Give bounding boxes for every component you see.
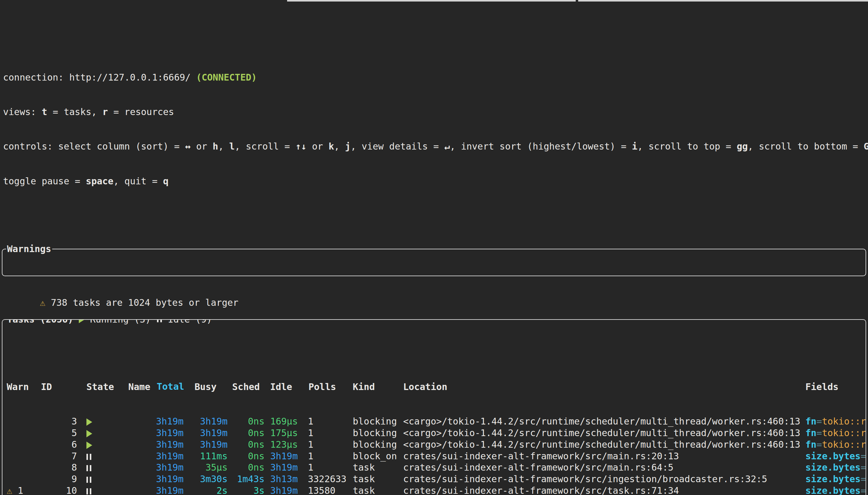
console-header: connection: http://127.0.0.1:6669/ (CONN… xyxy=(0,46,868,210)
text-segment: , invert sort (highest/lowest) = xyxy=(450,141,632,152)
cell-idle: 175µs xyxy=(265,427,298,439)
running-state-icon xyxy=(79,319,85,323)
column-header-fields[interactable]: Fields xyxy=(805,381,866,393)
cell-sched: 0ns xyxy=(228,416,265,427)
duration-value: 0ns xyxy=(248,462,265,473)
cell-total: 3h19m xyxy=(154,450,184,462)
idle-state-icon xyxy=(86,488,91,494)
duration-value: 3h19m xyxy=(270,462,298,473)
warnings-panel: Warnings ⚠ 738 tasks are 1024 bytes or l… xyxy=(2,249,866,276)
cell-busy: 35µs xyxy=(184,462,228,473)
text-segment: connection: http://127.0.0.1:6669/ xyxy=(3,72,196,83)
cell-sched: 3s xyxy=(228,485,265,495)
field-name: fn xyxy=(805,416,816,427)
text-segment: or xyxy=(306,141,328,152)
text-segment: ↔ xyxy=(185,141,190,152)
duration-value: 3h19m xyxy=(200,416,228,427)
text-segment: controls: select column (sort) = xyxy=(3,141,185,152)
running-state-icon xyxy=(86,442,92,449)
column-header-busy[interactable]: Busy xyxy=(184,381,228,393)
cell-task-id: 7 xyxy=(41,450,77,462)
cell-fields: fn=tokio::r xyxy=(805,416,866,427)
cell-idle: 3h19m xyxy=(265,485,298,495)
cell-location: crates/sui-indexer-alt-framework/src/ing… xyxy=(403,473,805,485)
duration-value: 3h19m xyxy=(156,416,184,427)
duration-value: 3m30s xyxy=(200,474,228,484)
duration-value: 169µs xyxy=(270,416,298,427)
column-header-state[interactable]: State xyxy=(77,381,128,393)
warning-icon: ⚠ xyxy=(40,297,45,308)
duration-value: 3h19m xyxy=(156,439,184,450)
tokio-console-screen: connection: http://127.0.0.1:6669/ (CONN… xyxy=(0,0,868,495)
text-segment: gg xyxy=(737,141,748,152)
cell-fields: size.bytes= xyxy=(805,462,866,473)
cell-task-id: 8 xyxy=(41,462,77,473)
cell-fields: size.bytes= xyxy=(805,485,866,495)
task-row[interactable]: ⚠ 1103h19m2s3s3h19m13580taskcrates/sui-i… xyxy=(4,485,866,495)
text-segment: t xyxy=(41,106,47,117)
task-row[interactable]: 63h19m3h19m0ns123µs1blocking<cargo>/toki… xyxy=(4,439,866,450)
text-segment: Running (3) xyxy=(85,319,156,325)
field-value: tokio::r xyxy=(822,439,866,450)
cell-kind: block_on xyxy=(353,450,403,462)
task-row[interactable]: 33h19m3h19m0ns169µs1blocking<cargo>/toki… xyxy=(4,416,866,427)
column-header-sched[interactable]: Sched xyxy=(228,381,265,393)
column-header-idle[interactable]: Idle xyxy=(265,381,298,393)
column-header-polls[interactable]: Polls xyxy=(298,381,353,393)
column-header-location[interactable]: Location xyxy=(403,381,805,393)
cell-busy: 3h19m xyxy=(184,427,228,439)
field-equals: = xyxy=(861,462,866,473)
running-state-icon xyxy=(86,419,92,426)
duration-value: 3h13m xyxy=(270,474,298,484)
column-header-warn[interactable]: Warn xyxy=(4,381,41,393)
field-equals: = xyxy=(816,428,822,438)
idle-state-icon xyxy=(86,465,91,471)
cell-location: <cargo>/tokio-1.44.2/src/runtime/schedul… xyxy=(403,416,805,427)
controls-line: controls: select column (sort) = ↔ or h,… xyxy=(3,141,868,152)
task-row[interactable]: 93h19m3m30s1m43s3h13m3322633taskcrates/s… xyxy=(4,473,866,485)
column-header-kind[interactable]: Kind xyxy=(353,381,403,393)
duration-value: 35µs xyxy=(205,462,228,473)
field-equals: = xyxy=(861,485,866,495)
text-segment: , scroll to top = xyxy=(637,141,737,152)
warnings-panel-title: Warnings xyxy=(6,243,52,255)
cell-polls: 3322633 xyxy=(298,473,353,485)
text-segment: r xyxy=(102,106,108,117)
cell-polls: 1 xyxy=(298,427,353,439)
views-line: views: t = tasks, r = resources xyxy=(3,106,868,118)
window-chrome-segment xyxy=(578,0,868,1)
column-header-total[interactable]: Total▿ xyxy=(154,381,184,393)
cell-kind: task xyxy=(353,485,403,495)
text-segment: ↑↓ xyxy=(295,141,306,152)
cell-polls: 13580 xyxy=(298,485,353,495)
field-name: size.bytes xyxy=(805,451,861,461)
column-header-name[interactable]: Name xyxy=(128,381,154,393)
cell-fields: fn=tokio::r xyxy=(805,427,866,439)
task-row[interactable]: 73h19m111ms0ns3h19m1block_oncrates/sui-i… xyxy=(4,450,866,462)
cell-busy: 3h19m xyxy=(184,439,228,450)
cell-total: 3h19m xyxy=(154,416,184,427)
cell-idle: 3h13m xyxy=(265,473,298,485)
task-row[interactable]: 53h19m3h19m0ns175µs1blocking<cargo>/toki… xyxy=(4,427,866,439)
field-equals: = xyxy=(816,416,822,427)
duration-value: 3h19m xyxy=(156,462,184,473)
tasks-table-body: 33h19m3h19m0ns169µs1blocking<cargo>/toki… xyxy=(4,416,866,495)
cell-total: 3h19m xyxy=(154,462,184,473)
cell-state xyxy=(77,450,128,462)
text-segment: = tasks, xyxy=(47,106,103,117)
cell-location: crates/sui-indexer-alt-framework/src/mai… xyxy=(403,450,805,462)
text-segment: views: xyxy=(3,106,41,117)
cell-kind: blocking xyxy=(353,427,403,439)
text-segment: i xyxy=(632,141,637,152)
tasks-table: WarnIDStateNameTotal▿BusySchedIdlePollsK… xyxy=(4,358,866,495)
cell-fields: size.bytes= xyxy=(805,473,866,485)
cell-idle: 3h19m xyxy=(265,450,298,462)
column-header-id[interactable]: ID xyxy=(41,381,77,393)
cell-state xyxy=(77,462,128,473)
cell-kind: task xyxy=(353,473,403,485)
field-name: size.bytes xyxy=(805,462,861,473)
duration-value: 111ms xyxy=(200,451,228,461)
field-name: size.bytes xyxy=(805,485,861,495)
task-row[interactable]: 83h19m35µs0ns3h19m1taskcrates/sui-indexe… xyxy=(4,462,866,473)
duration-value: 3h19m xyxy=(156,485,184,495)
